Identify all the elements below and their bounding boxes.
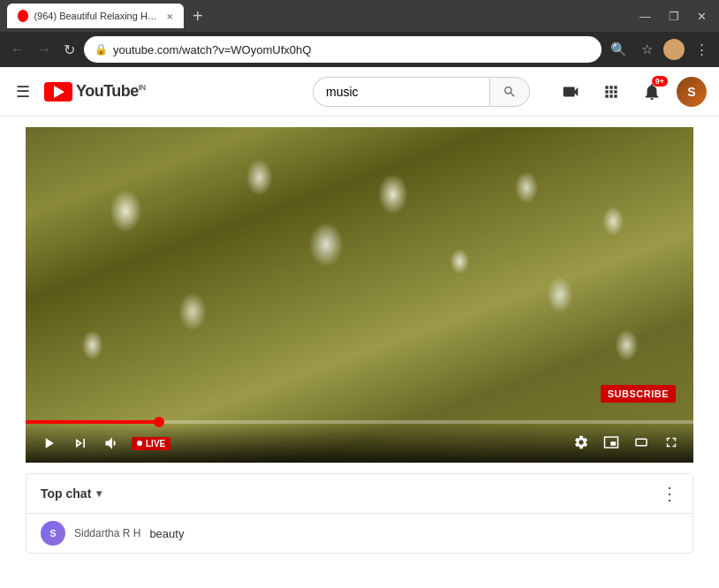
yt-logo-icon [44,82,72,102]
search-icon[interactable]: 🔍 [607,40,631,59]
yt-play-icon [54,86,64,98]
avatar-initial: S [687,85,695,99]
maximize-button[interactable]: ❐ [663,8,685,25]
yt-country: IN [139,83,146,92]
chat-section: Top chat ▾ ⋮ S Siddartha R H beauty [26,473,693,554]
lock-icon: 🔒 [95,43,108,56]
theater-button[interactable] [630,431,653,456]
skip-button[interactable] [68,431,93,456]
upload-icon [561,82,580,102]
live-label: LIVE [146,439,165,449]
fullscreen-button[interactable] [660,431,683,456]
upload-button[interactable] [555,76,587,108]
back-button[interactable]: ← [7,40,28,59]
video-thumbnail: SUBSCRIBE [26,127,693,463]
profile-circle[interactable] [663,39,685,60]
chat-title-text: Top chat [41,486,91,501]
yt-header: ☰ YouTubeIN 9+ S [0,67,719,117]
chat-menu-button[interactable]: ⋮ [661,483,678,504]
chat-avatar: S [41,521,65,546]
search-button[interactable] [489,77,530,107]
bookmark-icon[interactable]: ☆ [638,40,656,59]
volume-button[interactable] [100,431,125,456]
youtube-page: ☰ YouTubeIN 9+ S [0,67,719,588]
active-tab[interactable]: (964) Beautiful Relaxing Hymns, × [7,4,184,28]
theater-icon [633,434,649,450]
live-badge: LIVE [132,437,170,450]
fullscreen-icon [663,434,679,450]
address-bar-row: ← → ↻ 🔒 youtube.com/watch?v=WOyomUfx0hQ … [0,32,719,67]
hamburger-menu[interactable]: ☰ [12,79,34,105]
address-bar[interactable]: 🔒 youtube.com/watch?v=WOyomUfx0hQ [84,36,602,63]
chat-header: Top chat ▾ ⋮ [26,474,693,514]
close-button[interactable]: ✕ [692,8,712,25]
settings-icon [573,434,589,450]
search-input[interactable] [313,77,489,107]
yt-header-right: 9+ S [555,76,707,108]
tab-title: (964) Beautiful Relaxing Hymns, [34,11,157,21]
tab-favicon [18,10,28,22]
play-icon [40,434,57,452]
live-dot [137,441,142,446]
tab-bar: (964) Beautiful Relaxing Hymns, × + [7,4,634,28]
apps-icon [602,83,620,101]
miniplayer-button[interactable] [600,431,623,456]
yt-search-bar [313,77,530,107]
menu-icon[interactable]: ⋮ [692,40,712,59]
chat-username: Siddartha R H [74,527,140,539]
video-container: SUBSCRIBE LIVE [26,127,693,463]
new-tab-button[interactable]: + [187,6,208,26]
browser-chrome: (964) Beautiful Relaxing Hymns, × + — ❐ … [0,0,719,67]
play-button[interactable] [36,431,61,456]
subscribe-badge[interactable]: SUBSCRIBE [601,385,676,403]
notification-badge: 9+ [652,76,668,87]
apps-button[interactable] [595,76,627,108]
miniplayer-icon [603,434,619,450]
search-icon [503,85,517,99]
url-text: youtube.com/watch?v=WOyomUfx0hQ [113,43,591,57]
video-background [26,127,693,463]
refresh-button[interactable]: ↻ [60,40,79,60]
settings-button[interactable] [570,431,593,456]
chat-title-button[interactable]: Top chat ▾ [41,486,102,501]
tab-close-button[interactable]: × [166,10,173,23]
notifications-button[interactable]: 9+ [636,76,668,108]
window-controls: — ❐ ✕ [634,8,712,25]
chat-message-text: beauty [149,527,184,540]
chat-dropdown-icon: ▾ [96,487,102,500]
yt-logo[interactable]: YouTubeIN [44,82,146,102]
chat-message: S Siddartha R H beauty [26,514,693,553]
video-controls: LIVE [26,424,693,463]
title-bar: (964) Beautiful Relaxing Hymns, × + — ❐ … [0,0,719,32]
forward-button[interactable]: → [34,40,55,59]
volume-icon [103,434,121,452]
skip-icon [72,434,89,452]
address-actions: 🔍 ☆ ⋮ [607,39,712,60]
minimize-button[interactable]: — [634,8,656,25]
yt-logo-text: YouTubeIN [76,82,146,101]
user-avatar[interactable]: S [677,77,707,107]
